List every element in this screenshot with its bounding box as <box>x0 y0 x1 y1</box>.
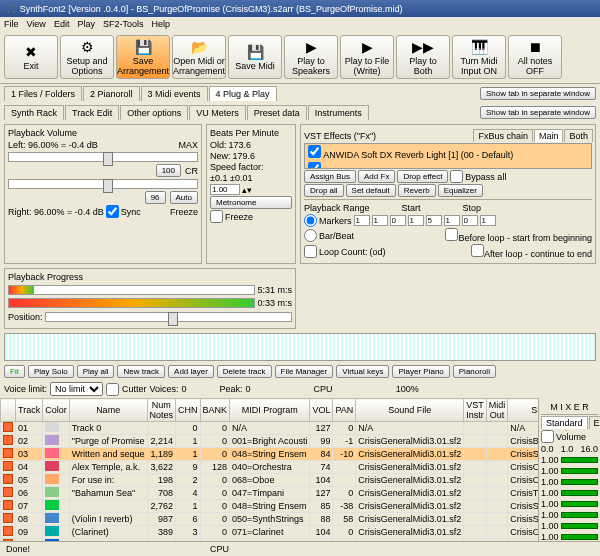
track-row[interactable]: 03Written and seque1,18910048=String Ens… <box>1 448 539 461</box>
track-row[interactable]: 04Alex Temple, a.k.3,6229128040=Orchestr… <box>1 461 539 474</box>
add-layer-button[interactable]: Add layer <box>168 365 214 378</box>
menu-item[interactable]: SF2-Tools <box>103 19 144 29</box>
toolbar-button[interactable]: ✖Exit <box>4 35 58 79</box>
set-default-button[interactable]: Set default <box>346 184 396 197</box>
column-header[interactable]: Midi Out <box>486 399 508 422</box>
column-header[interactable]: VOL <box>310 399 333 422</box>
mixer-channel[interactable]: 1.00 <box>541 510 598 520</box>
auto-button[interactable]: Auto <box>170 191 198 204</box>
sub-tab[interactable]: Track Edit <box>65 105 119 120</box>
mixer-bar[interactable] <box>561 490 598 496</box>
sub-tab[interactable]: VU Meters <box>189 105 246 120</box>
column-header[interactable]: MIDI Program <box>230 399 310 422</box>
toolbar-button[interactable]: ▶Play to Speakers <box>284 35 338 79</box>
play-all-button[interactable]: Play all <box>77 365 115 378</box>
range-input[interactable] <box>444 215 460 226</box>
markers-radio[interactable] <box>304 214 317 227</box>
track-check[interactable] <box>3 461 13 471</box>
mixer-bar[interactable] <box>561 479 598 485</box>
track-color-swatch[interactable] <box>45 500 59 510</box>
right-volume-slider[interactable] <box>8 179 198 189</box>
main-tab[interactable]: 1 Files / Folders <box>4 86 82 101</box>
track-color-swatch[interactable] <box>45 526 59 536</box>
toolbar-button[interactable]: 📂Open Midi or Arrangement <box>172 35 226 79</box>
track-row[interactable]: 02"Purge of Promise2,21410001=Bright Aco… <box>1 435 539 448</box>
toolbar-button[interactable]: 💾Save Arrangement <box>116 35 170 79</box>
play-solo-button[interactable]: Play Solo <box>28 365 74 378</box>
mixer-vol-check[interactable] <box>541 430 554 443</box>
drop-fx-button[interactable]: Drop effect <box>397 170 448 183</box>
show-tab-button[interactable]: Show tab in separate window <box>480 87 596 100</box>
progress-bar-1[interactable] <box>8 285 255 295</box>
sub-tab[interactable]: Other options <box>120 105 188 120</box>
sub-tab[interactable]: Synth Rack <box>4 105 64 120</box>
player-piano-button[interactable]: Player Piano <box>392 365 449 378</box>
track-check[interactable] <box>3 435 13 445</box>
toolbar-button[interactable]: 💾Save Midi <box>228 35 282 79</box>
track-color-swatch[interactable] <box>45 487 59 497</box>
column-header[interactable]: Color <box>43 399 70 422</box>
mixer-bar[interactable] <box>561 457 598 463</box>
column-header[interactable] <box>1 399 16 422</box>
vol-100-button[interactable]: 100 <box>156 164 181 177</box>
column-header[interactable]: PAN <box>333 399 356 422</box>
column-header[interactable]: SF2 Preset <box>508 399 538 422</box>
menu-item[interactable]: Help <box>151 19 170 29</box>
vst-item[interactable]: Classic Master Limiter [1] (Master CD) <box>305 161 591 169</box>
column-header[interactable]: BANK <box>200 399 230 422</box>
menu-item[interactable]: Play <box>77 19 95 29</box>
speed-input[interactable] <box>210 184 240 195</box>
menu-item[interactable]: Edit <box>54 19 70 29</box>
tab-both[interactable]: Both <box>564 129 593 142</box>
toolbar-button[interactable]: ⏹All notes OFF <box>508 35 562 79</box>
range-input[interactable] <box>390 215 406 226</box>
toolbar-button[interactable]: 🎹Turn Midi Input ON <box>452 35 506 79</box>
toolbar-button[interactable]: ⚙Setup and Options <box>60 35 114 79</box>
timeline[interactable] <box>4 333 596 361</box>
fit-button[interactable]: Fit <box>4 365 25 378</box>
main-tab[interactable]: 3 Midi events <box>141 86 208 101</box>
bypass-checkbox[interactable] <box>450 170 463 183</box>
main-tab[interactable]: 2 Pianoroll <box>83 86 140 101</box>
track-color-swatch[interactable] <box>45 422 59 432</box>
mixer-bar[interactable] <box>561 512 598 518</box>
equalizer-button[interactable]: Equalizer <box>438 184 483 197</box>
new-track-button[interactable]: New track <box>117 365 165 378</box>
range-input[interactable] <box>354 215 370 226</box>
mixer-channel[interactable]: 1.00 <box>541 466 598 476</box>
mixer-channel[interactable]: 1.00 <box>541 521 598 531</box>
track-row[interactable]: 072,76210048=String Ensem85-38CrisisGene… <box>1 500 539 513</box>
file-manager-button[interactable]: File Manager <box>275 365 334 378</box>
track-color-swatch[interactable] <box>45 474 59 484</box>
track-check[interactable] <box>3 487 13 497</box>
column-header[interactable]: Sound File <box>356 399 464 422</box>
mixer-channel[interactable]: 1.00 <box>541 455 598 465</box>
track-row[interactable]: 05For use in:19820068=Oboe104CrisisGener… <box>1 474 539 487</box>
vst-check[interactable] <box>308 145 321 158</box>
track-check[interactable] <box>3 500 13 510</box>
vst-check[interactable] <box>308 162 321 169</box>
sync-checkbox[interactable] <box>106 205 119 218</box>
track-row[interactable]: 09(Clarinet)38930071=Clarinet1040CrisisG… <box>1 526 539 539</box>
toolbar-button[interactable]: ▶▶Play to Both <box>396 35 450 79</box>
column-header[interactable]: Track <box>16 399 43 422</box>
virtual-keys-button[interactable]: Virtual keys <box>336 365 389 378</box>
column-header[interactable]: Name <box>69 399 147 422</box>
vst-item[interactable]: ANWIDA Soft DX Reverb Light [1] (00 - De… <box>305 144 591 161</box>
menu-item[interactable]: File <box>4 19 19 29</box>
track-color-swatch[interactable] <box>45 461 59 471</box>
drop-all-button[interactable]: Drop all <box>304 184 344 197</box>
column-header[interactable]: VST Instr <box>464 399 487 422</box>
mixer-tab-extended[interactable]: Extended <box>589 416 600 429</box>
track-check[interactable] <box>3 513 13 523</box>
mixer-bar[interactable] <box>561 501 598 507</box>
loop-checkbox[interactable] <box>304 245 317 258</box>
mixer-channel[interactable]: 1.00 <box>541 488 598 498</box>
voice-limit-select[interactable]: No limit <box>50 382 103 396</box>
sub-tab[interactable]: Preset data <box>247 105 307 120</box>
vol-96-button[interactable]: 96 <box>145 191 166 204</box>
tab-main[interactable]: Main <box>534 129 564 142</box>
position-slider[interactable] <box>45 312 292 322</box>
track-row[interactable]: 01Track 000N/A1270N/AN/ASTD <box>1 422 539 435</box>
track-check[interactable] <box>3 526 13 536</box>
